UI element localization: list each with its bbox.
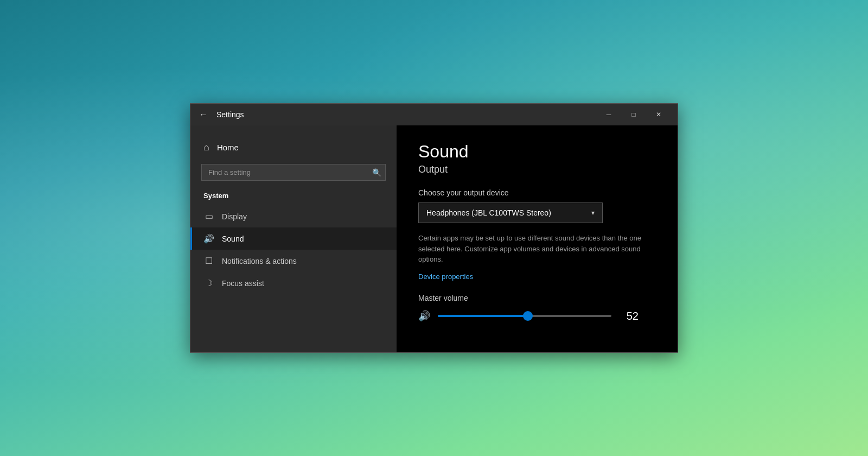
close-button[interactable]: ✕	[646, 106, 671, 123]
minimize-button[interactable]: ─	[596, 106, 621, 123]
output-device-label: Choose your output device	[418, 188, 656, 197]
slider-track	[438, 315, 611, 317]
sidebar-item-home[interactable]: ⌂ Home	[190, 136, 397, 159]
search-input[interactable]	[201, 164, 386, 181]
system-section-label: System	[190, 188, 397, 205]
slider-thumb[interactable]	[523, 311, 533, 321]
volume-row: 🔊 52	[418, 310, 656, 322]
window-title: Settings	[216, 110, 244, 119]
display-icon: ▭	[203, 211, 214, 221]
sound-label: Sound	[222, 235, 244, 243]
display-label: Display	[222, 212, 247, 221]
page-title: Sound	[418, 142, 656, 162]
search-box: 🔍	[201, 164, 386, 181]
output-device-dropdown[interactable]: Headphones (JBL C100TWS Stereo) ▾	[418, 202, 603, 223]
device-properties-link[interactable]: Device properties	[418, 273, 473, 281]
titlebar-left: ← Settings	[197, 108, 596, 121]
volume-slider-container	[438, 311, 611, 321]
settings-window: ← Settings ─ □ ✕ ⌂ Home 🔍 System ▭ Displ…	[190, 103, 678, 353]
notifications-icon: ☐	[203, 256, 214, 266]
output-device-value: Headphones (JBL C100TWS Stereo)	[426, 208, 551, 217]
focus-label: Focus assist	[222, 279, 264, 288]
sidebar-item-focus[interactable]: ☽ Focus assist	[190, 272, 397, 294]
output-description: Certain apps may be set up to use differ…	[418, 233, 656, 265]
home-icon: ⌂	[203, 142, 209, 153]
sidebar-item-sound[interactable]: 🔊 Sound	[190, 227, 397, 250]
focus-icon: ☽	[203, 278, 214, 288]
volume-icon: 🔊	[418, 310, 430, 322]
notifications-label: Notifications & actions	[222, 257, 297, 265]
titlebar-controls: ─ □ ✕	[596, 106, 671, 123]
search-button[interactable]: 🔍	[372, 168, 381, 177]
window-content: ⌂ Home 🔍 System ▭ Display 🔊 Sound ☐ Noti…	[190, 125, 678, 352]
sound-icon: 🔊	[203, 233, 214, 244]
home-label: Home	[217, 143, 239, 152]
titlebar: ← Settings ─ □ ✕	[190, 104, 678, 125]
sidebar-item-display[interactable]: ▭ Display	[190, 205, 397, 227]
back-button[interactable]: ←	[197, 108, 210, 121]
volume-value: 52	[619, 310, 639, 322]
sidebar: ⌂ Home 🔍 System ▭ Display 🔊 Sound ☐ Noti…	[190, 125, 397, 352]
slider-fill	[438, 315, 528, 317]
main-panel: Sound Output Choose your output device H…	[397, 125, 678, 352]
sidebar-item-notifications[interactable]: ☐ Notifications & actions	[190, 250, 397, 272]
page-subtitle: Output	[418, 164, 656, 175]
chevron-down-icon: ▾	[591, 209, 595, 217]
master-volume-label: Master volume	[418, 294, 656, 302]
maximize-button[interactable]: □	[621, 106, 646, 123]
